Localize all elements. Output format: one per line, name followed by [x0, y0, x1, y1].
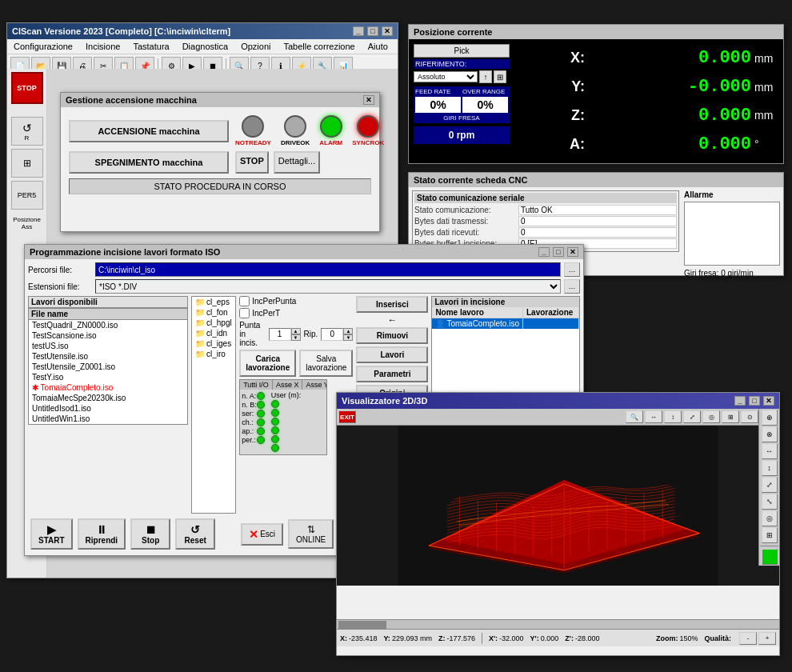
viz-rt-btn7[interactable]: ◎ — [762, 510, 778, 526]
tab-asse-x[interactable]: Asse X — [273, 380, 303, 390]
exit-btn[interactable]: EXIT — [338, 410, 356, 423]
viz-tb-btn1[interactable]: 🔍 — [626, 410, 643, 423]
pick-btn[interactable]: Pick — [414, 44, 510, 58]
cb-incpert-input[interactable] — [239, 308, 250, 318]
viz-min-btn[interactable]: _ — [734, 396, 746, 406]
rip-input[interactable] — [321, 328, 343, 341]
viz-close-btn[interactable]: ✕ — [763, 396, 774, 406]
accensione-btn[interactable]: ACCENSIONE macchina — [69, 120, 229, 142]
viz-max-btn[interactable]: □ — [749, 396, 760, 406]
percorsi-input[interactable] — [95, 262, 561, 277]
position-title: Posizione corrente — [414, 27, 492, 37]
list-item[interactable]: UntitledWin1.iso — [29, 414, 187, 424]
feed-rate-label: FEED RATE — [415, 88, 461, 95]
inserisci-btn[interactable]: Inserisci — [356, 296, 428, 313]
punta-input[interactable] — [269, 328, 291, 341]
viz-rt-btn3[interactable]: ↔ — [762, 443, 778, 459]
menu-tabelle[interactable]: Tabelle correzione — [280, 41, 358, 52]
stop-button[interactable]: STOP — [11, 72, 43, 104]
rimuovi-btn[interactable]: Rimuovi — [356, 327, 428, 344]
cb-incperpunta: IncPerPunta — [239, 296, 353, 306]
iso-close-btn[interactable]: ✕ — [567, 247, 578, 257]
status-plus-btn[interactable]: + — [758, 632, 776, 645]
salva-btn[interactable]: Salva lavorazione — [299, 350, 353, 377]
menu-diagnostica[interactable]: Diagnostica — [179, 41, 231, 52]
iso-min-btn[interactable]: _ — [538, 247, 550, 257]
tab-tutti-io[interactable]: Tutti I/O — [240, 380, 273, 390]
spegnimento-btn[interactable]: SPEGNIMENTO macchina — [69, 151, 229, 174]
status-y2: Y': 0.000 — [530, 634, 559, 642]
lav-inc-row-0[interactable]: 👤 TomaiaCompleto.iso — [432, 318, 579, 329]
tree-item-eps[interactable]: 📁cl_eps — [192, 297, 235, 307]
status-minus-btn[interactable]: - — [739, 632, 757, 645]
viz-scroll-thumb[interactable] — [338, 621, 386, 629]
rip-down[interactable]: ▼ — [343, 334, 353, 341]
percorsi-browse[interactable]: … — [564, 262, 580, 277]
viz-tb-btn6[interactable]: ⊞ — [722, 410, 739, 423]
reset-btn[interactable]: ↺ Reset — [175, 518, 215, 550]
pos-btn1[interactable]: ↑ — [479, 70, 492, 83]
online-btn[interactable]: ⇅ ONLINE — [288, 519, 334, 549]
dettagli-btn[interactable]: Dettagli... — [274, 151, 320, 174]
tree-item-hpgl[interactable]: 📁cl_hpgl — [192, 318, 235, 328]
parametri-btn[interactable]: Parametri — [356, 366, 428, 382]
viz-rt-btn4[interactable]: ↕ — [762, 460, 778, 476]
maximize-btn[interactable]: □ — [367, 26, 378, 36]
list-item[interactable]: UntitledIsod1.iso — [29, 403, 187, 414]
estensioni-select[interactable]: *ISO *.DIV — [95, 279, 561, 294]
list-item-starred[interactable]: ✱ TomaiaCompleto.iso — [29, 382, 187, 393]
tree-item-idn[interactable]: 📁cl_idn — [192, 328, 235, 338]
stop-bottom-btn[interactable]: ⏹ Stop — [130, 518, 170, 550]
viz-tb-btn7[interactable]: ⊙ — [741, 410, 758, 423]
list-item[interactable]: TestUtensile.iso — [29, 351, 187, 362]
viz-rt-btn6[interactable]: ⤡ — [762, 494, 778, 510]
list-item[interactable]: TestScansione.iso — [29, 330, 187, 341]
punta-down[interactable]: ▼ — [291, 334, 301, 341]
viz-rt-btn5[interactable]: ⤢ — [762, 477, 778, 493]
list-item[interactable]: TomaiaMecSpe20230k.iso — [29, 393, 187, 403]
list-item[interactable]: TestUtensile_Z0001.iso — [29, 362, 187, 372]
viz-scrollbar-h[interactable] — [337, 619, 779, 629]
sidebar-r-btn[interactable]: ↺ R — [11, 117, 43, 146]
estensioni-browse[interactable]: … — [564, 279, 580, 294]
viz-rt-btn8[interactable]: ⊞ — [762, 527, 778, 543]
minimize-btn[interactable]: _ — [353, 26, 364, 36]
viz-rt-btn1[interactable]: ⊕ — [762, 410, 778, 426]
esci-btn[interactable]: ✕ Esci — [241, 523, 283, 546]
tab-asse-y[interactable]: Asse Y — [302, 380, 326, 390]
pos-btn2[interactable]: ⊞ — [494, 70, 506, 83]
tree-item-iges[interactable]: 📁cl_iges — [192, 338, 235, 349]
menu-aiuto[interactable]: Aiuto — [365, 41, 391, 52]
punta-up[interactable]: ▲ — [291, 328, 301, 334]
menu-incisione[interactable]: Incisione — [82, 41, 123, 52]
assoluto-select[interactable]: Assoluto — [414, 71, 478, 82]
cb-incperpunta-input[interactable] — [239, 296, 250, 306]
viz-rt-btn2[interactable]: ⊗ — [762, 426, 778, 442]
rip-up[interactable]: ▲ — [343, 328, 353, 334]
menu-configurazione[interactable]: Configurazione — [10, 41, 76, 52]
iso-max-btn[interactable]: □ — [553, 247, 564, 257]
list-item[interactable]: testUS.iso — [29, 341, 187, 351]
viz-tb-btn2[interactable]: ↔ — [645, 410, 662, 423]
viz-top-toolbar: EXIT 🔍 ↔ ↕ ⤢ ◎ ⊞ ⊙ 🔲 — [337, 409, 779, 426]
tree-item-fon[interactable]: 📁cl_fon — [192, 307, 235, 318]
list-item[interactable]: TestY.iso — [29, 372, 187, 382]
list-item[interactable]: TestQuadril_ZN0000.iso — [29, 320, 187, 330]
sidebar-per5-btn[interactable]: PER5 — [11, 181, 43, 210]
file-tree: 📁cl_eps 📁cl_fon 📁cl_hpgl 📁cl_idn 📁cl_ige… — [191, 296, 236, 514]
start-btn[interactable]: ▶ START — [30, 518, 73, 550]
viz-tb-btn3[interactable]: ↕ — [664, 410, 682, 423]
status-z2-label: Z': — [565, 634, 574, 642]
stop-dialog-btn[interactable]: STOP — [235, 151, 269, 174]
viz-tb-btn4[interactable]: ⤢ — [683, 410, 701, 423]
close-btn[interactable]: ✕ — [382, 26, 393, 36]
menu-tastatura[interactable]: Tastatura — [130, 41, 172, 52]
riprendi-bottom-btn[interactable]: ⏸ Riprendi — [78, 518, 126, 550]
tree-item-iro[interactable]: 📁cl_iro — [192, 349, 235, 359]
sidebar-tool-btn[interactable]: ⊞ — [11, 149, 43, 178]
menu-opzioni[interactable]: Opzioni — [238, 41, 274, 52]
viz-tb-btn5[interactable]: ◎ — [702, 410, 720, 423]
machine-dialog-close[interactable]: ✕ — [363, 95, 374, 105]
lavori-btn[interactable]: Lavori — [356, 346, 428, 363]
carica-btn[interactable]: Carica lavorazione — [239, 350, 296, 377]
